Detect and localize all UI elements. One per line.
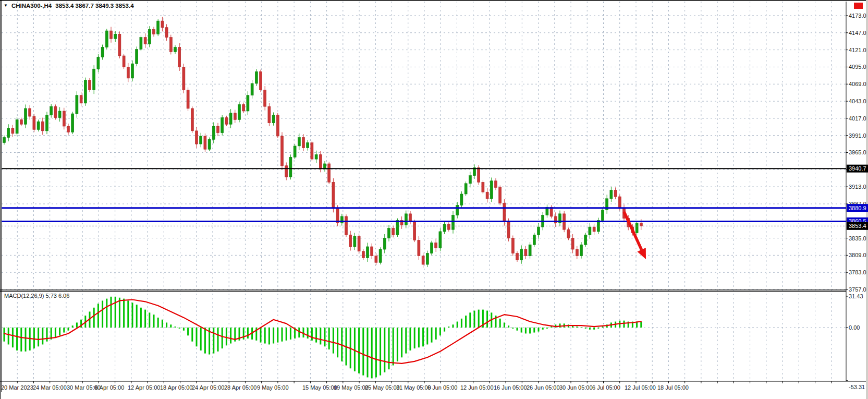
price-axis-label: 3783.0 [849, 269, 866, 275]
time-axis: 20 Mar 202324 Mar 05:0030 Mar 05:006 Apr… [1, 381, 832, 391]
x-axis-label: 6 Apr 05:00 [95, 384, 124, 391]
macd-indicator-label: MACD(12,26,9) 5.73 6.06 [4, 293, 69, 299]
price-axis-label: 4173.0 [849, 13, 866, 19]
candlesticks [3, 17, 643, 268]
x-axis-label: 6 Jul 05:00 [592, 384, 620, 391]
x-axis-label: 9 May 05:00 [257, 384, 289, 391]
macd-axis-label: -53.31 [849, 384, 865, 390]
x-axis-label: 18 Jul 05:00 [657, 384, 689, 391]
price-axis-label: 4043.0 [849, 98, 866, 104]
price-axis-label: 3991.0 [849, 132, 866, 139]
x-axis-label: 18 Apr 05:00 [160, 384, 192, 391]
x-axis-label: 15 May 05:00 [302, 384, 337, 391]
chart-symbol-period: CHINA300-,H4 [11, 3, 52, 9]
x-axis-label: 6 Jun 05:00 [427, 384, 458, 391]
x-axis-label: 30 Jun 05:00 [559, 384, 593, 391]
frame-borders [0, 0, 868, 399]
x-axis-label: 20 Mar 2023 [1, 384, 33, 391]
price-chart-canvas[interactable]: 4173.04147.04121.04095.04069.04043.04017… [0, 0, 868, 399]
price-axis-label: 3913.0 [849, 184, 866, 190]
x-axis-label: 12 Jun 05:00 [460, 384, 494, 391]
price-axis-label: 3757.0 [849, 286, 866, 293]
price-axis-label: 3809.0 [849, 252, 866, 258]
price-axis-label: 4069.0 [849, 81, 866, 87]
price-axis-label: 4147.0 [849, 30, 866, 36]
price-axis-label: 4017.0 [849, 115, 866, 122]
price-axis-label: 4095.0 [849, 64, 866, 70]
x-axis-label: 25 May 05:00 [365, 384, 400, 391]
x-axis-label: 16 Jun 05:00 [494, 384, 527, 391]
price-axis-label: 4121.0 [849, 47, 866, 53]
trend-arrow-annotation[interactable] [624, 212, 646, 259]
x-axis-label: 24 Apr 05:00 [192, 384, 224, 391]
price-axis-label: 3835.0 [849, 235, 866, 241]
macd-signal-line [4, 300, 641, 364]
x-axis-label: 12 Jul 05:00 [625, 384, 656, 391]
chart-title: ▼ CHINA300-,H4 3853.4 3867.7 3849.3 3853… [4, 3, 134, 9]
chart-ohlc-values: 3853.4 3867.7 3849.3 3853.4 [55, 3, 133, 9]
price-axis: 4173.04147.04121.04095.04069.04043.04017… [846, 13, 866, 293]
price-badges: 3940.73880.93860.53853.4 [847, 165, 868, 230]
macd-axis-label: 0.00 [849, 324, 860, 331]
x-axis-label: 26 Jun 05:00 [527, 384, 560, 391]
red-square-annotation [854, 3, 863, 9]
price-badge-label: 3853.4 [849, 223, 866, 229]
macd-histogram [4, 297, 642, 379]
x-axis-label: 24 Mar 05:00 [33, 384, 67, 391]
price-badge-label: 3940.7 [849, 165, 866, 172]
x-axis-label: 19 May 05:00 [334, 384, 369, 391]
window-edge-strip [866, 0, 868, 399]
price-badge-label: 3880.9 [849, 205, 866, 211]
x-axis-label: 12 Apr 05:00 [128, 384, 160, 391]
x-axis-label: 28 Apr 05:00 [224, 384, 256, 391]
macd-axis: 31.430.00-53.31 [846, 293, 865, 390]
chart-window: 4173.04147.04121.04095.04069.04043.04017… [0, 0, 868, 399]
price-axis-label: 3965.0 [849, 149, 866, 155]
x-axis-label: 31 May 05:00 [396, 384, 431, 391]
macd-axis-label: 31.43 [849, 293, 863, 299]
chart-dropdown-icon[interactable]: ▼ [4, 4, 8, 8]
horizontal-lines[interactable] [2, 168, 846, 226]
